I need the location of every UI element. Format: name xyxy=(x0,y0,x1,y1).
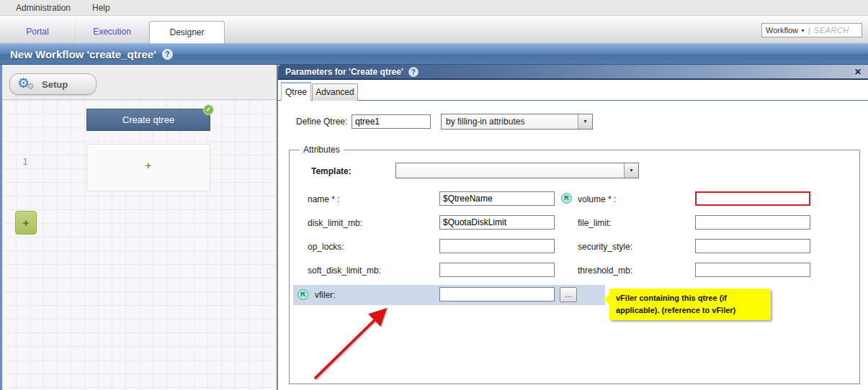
vfiler-browse-button[interactable]: … xyxy=(560,287,577,302)
vfiler-label: vfiler: xyxy=(315,290,336,300)
name-label: name * : xyxy=(308,194,430,204)
dialog-help-icon[interactable]: ? xyxy=(408,67,419,77)
workflow-filter-dropdown[interactable]: Workflow xyxy=(766,26,798,35)
qtree-name-input[interactable] xyxy=(352,114,431,129)
gears-icon: ⚙ ⚙ xyxy=(17,75,39,94)
menubar: Administration Help xyxy=(0,0,868,16)
vfiler-row: R vfiler: … xyxy=(293,285,605,305)
workflow-grid: Create qtree ✓ 1 + + xyxy=(2,100,277,390)
tooltip-pointer xyxy=(604,294,609,304)
add-step-plus-icon: + xyxy=(87,159,210,171)
app-window: Administration Help Portal Execution Des… xyxy=(0,0,868,390)
template-select[interactable]: ▼ xyxy=(395,163,639,178)
file-limit-label: file_limit: xyxy=(578,218,686,228)
op-locks-input[interactable] xyxy=(439,239,555,253)
define-qtree-label: Define Qtree: xyxy=(296,117,347,127)
canvas-toolbar: ⚙ ⚙ Setup xyxy=(2,65,277,100)
security-style-label: security_style: xyxy=(578,242,686,252)
attributes-legend: Attributes xyxy=(300,145,344,155)
template-label: Template: xyxy=(311,166,352,176)
soft-disk-limit-input[interactable] xyxy=(439,263,555,277)
vfiler-input[interactable] xyxy=(439,287,555,301)
tab-advanced[interactable]: Advanced xyxy=(312,83,358,101)
add-row-button[interactable]: + xyxy=(15,211,37,235)
dialog-title: Parameters for 'Create qtree' xyxy=(285,67,403,77)
close-icon[interactable]: ✕ xyxy=(854,67,862,77)
soft-disk-limit-label: soft_disk_limit_mb: xyxy=(308,266,430,276)
tab-execution[interactable]: Execution xyxy=(76,21,149,43)
workflow-titlebar: New Workflow 'create_qtree' ? xyxy=(0,43,868,65)
tab-designer[interactable]: Designer xyxy=(149,21,225,43)
tab-portal[interactable]: Portal xyxy=(0,21,76,43)
tooltip-text: vFiler containing this qtree (if applica… xyxy=(616,294,735,314)
page-title: New Workflow 'create_qtree' xyxy=(10,48,156,60)
define-mode-value: by filling-in attributes xyxy=(446,117,524,127)
volume-input[interactable] xyxy=(695,191,810,206)
workflow-search-box: Workflow ▼ | xyxy=(761,23,862,37)
menu-item-help[interactable]: Help xyxy=(92,3,110,13)
parameters-dialog: Parameters for 'Create qtree' ? ✕ Qtree … xyxy=(277,65,868,390)
dialog-header[interactable]: Parameters for 'Create qtree' ? ✕ xyxy=(278,65,868,80)
menu-item-administration[interactable]: Administration xyxy=(16,3,71,13)
chevron-down-icon: ▼ xyxy=(800,28,805,33)
chevron-down-icon[interactable]: ▼ xyxy=(624,163,638,178)
threshold-label: threshold_mb: xyxy=(578,266,686,276)
file-limit-input[interactable] xyxy=(695,215,810,230)
designer-canvas-panel: ⚙ ⚙ Setup Create qtree ✓ 1 + + xyxy=(0,65,277,390)
op-locks-label: op_locks: xyxy=(308,242,430,252)
setup-button[interactable]: ⚙ ⚙ Setup xyxy=(9,73,97,95)
reference-icon: R xyxy=(297,289,308,300)
tab-qtree[interactable]: Qtree xyxy=(281,82,311,101)
gear-small-icon: ⚙ xyxy=(27,81,35,91)
help-icon[interactable]: ? xyxy=(162,49,173,60)
row-number-label: 1 xyxy=(18,156,32,167)
disk-limit-label: disk_limit_mb: xyxy=(308,218,430,228)
volume-label: volume * : xyxy=(578,194,686,204)
attributes-groupbox: Attributes Template: ▼ name * : R volume… xyxy=(289,150,860,384)
define-qtree-row: Define Qtree: by filling-in attributes ▼ xyxy=(278,114,868,131)
disk-limit-input[interactable] xyxy=(439,215,555,230)
step-valid-check-icon: ✓ xyxy=(203,104,214,115)
define-mode-select[interactable]: by filling-in attributes ▼ xyxy=(441,114,593,130)
workflow-step-create-qtree[interactable]: Create qtree ✓ xyxy=(86,109,210,131)
chevron-down-icon[interactable]: ▼ xyxy=(578,114,592,129)
security-style-input[interactable] xyxy=(695,239,810,253)
setup-button-label: Setup xyxy=(42,79,68,90)
workflow-step-title: Create qtree xyxy=(122,114,174,125)
name-input[interactable] xyxy=(439,191,555,206)
main-tabstrip: Portal Execution Designer Workflow ▼ | xyxy=(0,16,868,43)
search-divider: | xyxy=(808,26,810,35)
reference-icon: R xyxy=(561,193,572,204)
vfiler-tooltip: vFiler containing this qtree (if applica… xyxy=(609,289,771,320)
dialog-tabbar: Qtree Advanced xyxy=(278,81,868,101)
threshold-input[interactable] xyxy=(695,263,810,277)
empty-step-cell[interactable]: + xyxy=(86,144,210,191)
search-input[interactable] xyxy=(814,26,866,35)
